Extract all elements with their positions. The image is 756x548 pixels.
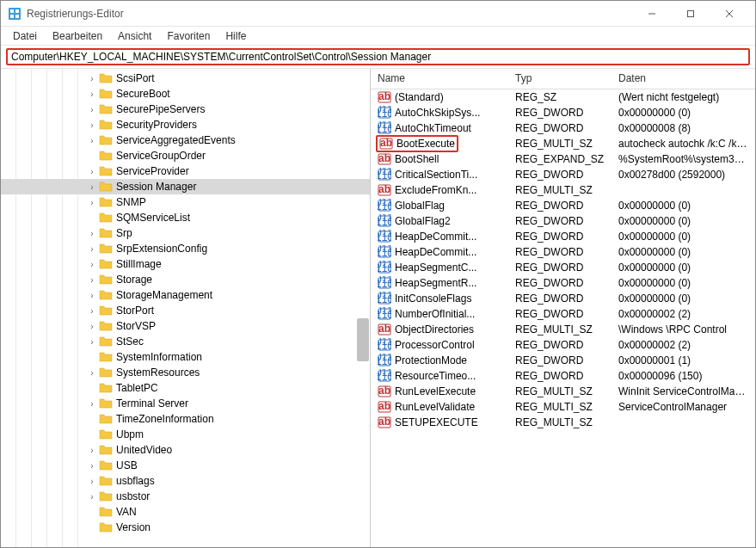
menu-view[interactable]: Ansicht — [111, 28, 158, 44]
tree-item[interactable]: ›ServiceProvider — [1, 163, 370, 179]
tree-item[interactable]: ›StillImage — [1, 256, 370, 272]
menu-file[interactable]: Datei — [6, 28, 44, 44]
chevron-right-icon[interactable]: › — [87, 291, 97, 300]
value-row[interactable]: 011110HeapSegmentC...REG_DWORD0x00000000… — [371, 260, 755, 275]
value-name: (Standard) — [395, 91, 444, 103]
chevron-right-icon[interactable]: › — [87, 244, 97, 254]
value-row[interactable]: 011110HeapDeCommit...REG_DWORD0x00000000… — [371, 229, 755, 244]
value-row[interactable]: 011110ResourceTimeo...REG_DWORD0x0000009… — [371, 368, 755, 384]
values-pane[interactable]: Name Typ Daten ab(Standard)REG_SZ(Wert n… — [371, 69, 755, 547]
value-row[interactable]: 011110NumberOfInitial...REG_DWORD0x00000… — [371, 306, 755, 322]
tree-item[interactable]: ›StSec — [1, 334, 370, 349]
tree-item[interactable]: ›usbstor — [1, 489, 370, 504]
chevron-right-icon[interactable]: › — [87, 368, 97, 378]
chevron-right-icon[interactable]: › — [87, 399, 97, 409]
tree-item[interactable]: ›StorageManagement — [1, 287, 370, 303]
tree-item[interactable]: ›StorPort — [1, 303, 370, 318]
tree-item[interactable]: ›SecurityProviders — [1, 117, 370, 132]
tree-item[interactable]: ServiceGroupOrder — [1, 148, 370, 163]
chevron-right-icon[interactable]: › — [87, 477, 97, 486]
chevron-right-icon[interactable]: › — [87, 167, 97, 176]
value-row[interactable]: 011110HeapDeCommit...REG_DWORD0x00000000… — [371, 244, 755, 260]
maximize-button[interactable] — [671, 2, 710, 26]
value-type: REG_DWORD — [508, 276, 612, 290]
menu-favorites[interactable]: Favoriten — [160, 28, 217, 44]
chevron-right-icon[interactable]: › — [87, 306, 97, 316]
tree-item[interactable]: Version — [1, 520, 370, 535]
value-row[interactable]: 011110GlobalFlagREG_DWORD0x00000000 (0) — [371, 198, 755, 213]
folder-icon — [99, 521, 113, 533]
chevron-right-icon[interactable]: › — [87, 229, 97, 238]
value-row[interactable]: 011110ProtectionModeREG_DWORD0x00000001 … — [371, 353, 755, 368]
titlebar: Registrierungs-Editor — [1, 1, 755, 27]
value-row[interactable]: 011110GlobalFlag2REG_DWORD0x00000000 (0) — [371, 213, 755, 229]
value-row[interactable]: abObjectDirectoriesREG_MULTI_SZ\Windows … — [371, 322, 755, 337]
chevron-right-icon[interactable]: › — [87, 182, 97, 192]
value-row[interactable]: abRunLevelExecuteREG_MULTI_SZWinInit Ser… — [371, 384, 755, 399]
column-name[interactable]: Name — [371, 69, 508, 89]
tree-item[interactable]: ›Session Manager — [1, 179, 370, 194]
close-button[interactable] — [710, 2, 748, 26]
minimize-button[interactable] — [632, 2, 671, 26]
menu-edit[interactable]: Bearbeiten — [46, 28, 109, 44]
tree-item[interactable]: ›SecureBoot — [1, 86, 370, 102]
tree-item[interactable]: ›StorVSP — [1, 318, 370, 334]
chevron-right-icon[interactable]: › — [87, 260, 97, 269]
chevron-right-icon[interactable]: › — [87, 89, 97, 99]
chevron-right-icon[interactable]: › — [87, 275, 97, 285]
value-data: 0x00000002 (2) — [612, 338, 755, 352]
tree-item[interactable]: SQMServiceList — [1, 210, 370, 225]
string-value-icon: ab — [379, 137, 393, 151]
tree-item[interactable]: ›Terminal Server — [1, 396, 370, 411]
tree-item-label: SecureBoot — [116, 88, 170, 100]
tree-item[interactable]: ›UnitedVideo — [1, 442, 370, 458]
value-row[interactable]: 011110HeapSegmentR...REG_DWORD0x00000000… — [371, 275, 755, 291]
tree-item[interactable]: TimeZoneInformation — [1, 411, 370, 427]
chevron-right-icon[interactable]: › — [87, 105, 97, 114]
value-row[interactable]: abBootExecuteREG_MULTI_SZautocheck autoc… — [371, 136, 755, 151]
value-row[interactable]: abExcludeFromKn...REG_MULTI_SZ — [371, 182, 755, 198]
tree-pane[interactable]: ›ScsiPort›SecureBoot›SecurePipeServers›S… — [1, 69, 371, 547]
tree-item[interactable]: SystemInformation — [1, 349, 370, 365]
value-row[interactable]: 011110AutoChkSkipSys...REG_DWORD0x000000… — [371, 105, 755, 120]
scrollbar-thumb[interactable] — [357, 318, 369, 361]
chevron-right-icon[interactable]: › — [87, 461, 97, 471]
tree-item[interactable]: ›usbflags — [1, 473, 370, 489]
tree-item[interactable]: TabletPC — [1, 380, 370, 396]
value-row[interactable]: abBootShellREG_EXPAND_SZ%SystemRoot%\sys… — [371, 151, 755, 167]
tree-item[interactable]: ›USB — [1, 458, 370, 473]
value-name: InitConsoleFlags — [395, 292, 471, 305]
tree-item[interactable]: VAN — [1, 504, 370, 520]
main-split: ›ScsiPort›SecureBoot›SecurePipeServers›S… — [1, 68, 755, 547]
value-row[interactable]: abRunLevelValidateREG_MULTI_SZServiceCon… — [371, 399, 755, 415]
tree-item[interactable]: ›SrpExtensionConfig — [1, 241, 370, 256]
chevron-right-icon[interactable]: › — [87, 492, 97, 502]
address-input[interactable] — [6, 48, 750, 65]
chevron-right-icon[interactable]: › — [87, 120, 97, 130]
chevron-right-icon[interactable]: › — [87, 198, 97, 207]
column-type[interactable]: Typ — [508, 69, 612, 89]
chevron-right-icon[interactable]: › — [87, 337, 97, 347]
value-type: REG_DWORD — [508, 199, 612, 212]
value-row[interactable]: 011110CriticalSectionTi...REG_DWORD0x002… — [371, 167, 755, 182]
tree-item[interactable]: ›Storage — [1, 272, 370, 287]
folder-icon — [99, 227, 113, 239]
tree-item[interactable]: ›SystemResources — [1, 365, 370, 380]
chevron-right-icon[interactable]: › — [87, 136, 97, 145]
tree-item[interactable]: ›ScsiPort — [1, 71, 370, 86]
chevron-right-icon[interactable]: › — [87, 446, 97, 455]
column-data[interactable]: Daten — [612, 69, 755, 89]
tree-item[interactable]: Ubpm — [1, 427, 370, 442]
menu-help[interactable]: Hilfe — [218, 28, 253, 44]
value-name: RunLevelExecute — [395, 385, 476, 397]
value-row[interactable]: 011110ProcessorControlREG_DWORD0x0000000… — [371, 337, 755, 353]
tree-item[interactable]: ›SecurePipeServers — [1, 102, 370, 117]
chevron-right-icon[interactable]: › — [87, 322, 97, 331]
value-row[interactable]: 011110InitConsoleFlagsREG_DWORD0x0000000… — [371, 291, 755, 306]
chevron-right-icon[interactable]: › — [87, 74, 97, 83]
value-row[interactable]: ab(Standard)REG_SZ(Wert nicht festgelegt… — [371, 89, 755, 105]
tree-item[interactable]: ›Srp — [1, 225, 370, 241]
value-row[interactable]: abSETUPEXECUTEREG_MULTI_SZ — [371, 415, 755, 430]
tree-item[interactable]: ›ServiceAggregatedEvents — [1, 132, 370, 148]
tree-item[interactable]: ›SNMP — [1, 194, 370, 210]
